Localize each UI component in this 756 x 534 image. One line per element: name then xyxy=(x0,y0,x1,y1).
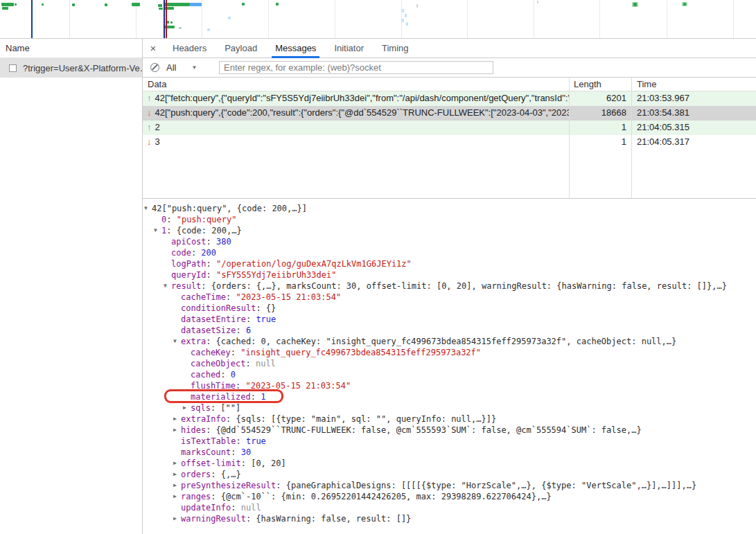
overview-activity-bar xyxy=(402,19,404,22)
collapsed-caret-icon[interactable]: ▶ xyxy=(173,458,181,469)
json-property-name: queryId xyxy=(171,270,206,280)
json-value: 1 xyxy=(261,392,265,402)
json-property-name: extra xyxy=(181,337,206,346)
json-value: : xyxy=(191,248,201,258)
close-icon[interactable]: × xyxy=(143,42,164,54)
tree-line: marksCount: 30 xyxy=(143,447,756,458)
message-row[interactable]: ↓3121:04:05.317 xyxy=(143,135,756,150)
tree-line[interactable]: ▶hides: {@dd`554529``TRUNC-FULLWEEK: fal… xyxy=(143,425,756,436)
tree-line[interactable]: ▼1: {code: 200,…} xyxy=(143,225,756,236)
name-column-header[interactable]: Name xyxy=(0,39,142,58)
collapsed-caret-icon[interactable]: ▶ xyxy=(173,491,181,502)
overview-activity-bar xyxy=(164,3,190,6)
overview-activity-bar xyxy=(42,3,44,6)
tree-line: 0: "push:query" xyxy=(143,214,756,225)
overview-activity-bar xyxy=(158,4,162,7)
message-length-cell: 1 xyxy=(569,135,631,150)
json-value: : {,…} xyxy=(211,470,240,479)
length-column-header[interactable]: Length xyxy=(569,78,631,91)
request-name-label: ?trigger=User&X-Platform-Ve… xyxy=(23,63,142,73)
collapsed-caret-icon[interactable]: ▶ xyxy=(173,513,181,524)
collapsed-caret-icon[interactable]: ▶ xyxy=(173,480,181,491)
json-value: : [""] xyxy=(211,403,240,413)
message-time-cell: 21:04:05.315 xyxy=(631,121,756,135)
request-row-selected[interactable]: ?trigger=User&X-Platform-Ve… xyxy=(0,58,142,78)
tree-line: logPath: "/operation/log/guDexA7qzLkVm1G… xyxy=(143,258,756,269)
expanded-caret-icon[interactable]: ▼ xyxy=(173,336,181,347)
overview-activity-bar xyxy=(190,3,202,6)
collapsed-caret-icon[interactable]: ▶ xyxy=(173,469,181,480)
json-value: : xyxy=(231,447,240,457)
tree-line: cacheTime: "2023-05-15 21:03:54" xyxy=(143,292,756,303)
message-length-cell: 1 xyxy=(569,121,631,135)
tree-line[interactable]: ▼result: {orders: {,…}, marksCount: 30, … xyxy=(143,281,756,292)
overview-activity-bar xyxy=(228,17,231,19)
load-line xyxy=(166,0,167,38)
json-property-name: updateInfo xyxy=(181,503,231,513)
json-value: : {orders: {,…}, marksCount: 30, offset-… xyxy=(201,281,727,291)
message-type-dropdown[interactable]: All ▼ xyxy=(166,62,206,73)
chevron-down-icon: ▼ xyxy=(191,64,197,71)
message-length-cell: 6201 xyxy=(569,91,631,106)
json-property-name: ranges xyxy=(181,492,211,501)
tab-headers[interactable]: Headers xyxy=(164,39,216,58)
collapsed-caret-icon[interactable]: ▶ xyxy=(183,402,191,413)
collapsed-caret-icon[interactable]: ▶ xyxy=(173,425,181,436)
expanded-caret-icon[interactable]: ▼ xyxy=(144,203,152,214)
message-json-tree: ▼42["push:query", {code: 200,…}]0: "push… xyxy=(143,199,756,534)
network-overview-timeline[interactable] xyxy=(0,0,756,39)
tab-messages[interactable]: Messages xyxy=(266,39,325,58)
overview-activity-bar xyxy=(406,22,408,26)
collapsed-caret-icon[interactable]: ▶ xyxy=(173,413,181,425)
json-value: : {hasWarning: false, result: []} xyxy=(246,514,411,524)
tree-line[interactable]: ▼42["push:query", {code: 200,…}] xyxy=(143,203,756,214)
message-data-cell: ↑42["fetch:query",{"queryId":"sFY5S5Ydj7… xyxy=(143,91,569,106)
json-value: : xyxy=(220,370,230,380)
json-value: : xyxy=(246,314,256,324)
tab-payload[interactable]: Payload xyxy=(216,39,266,58)
tree-line[interactable]: ▶ranges: {@cm`-10``: {min: 0.26952201442… xyxy=(143,491,756,502)
tab-initiator[interactable]: Initiator xyxy=(325,39,373,58)
tree-line[interactable]: ▼extra: {cached: 0, cacheKey: "insight_q… xyxy=(143,336,756,347)
regex-filter-input[interactable] xyxy=(219,61,493,74)
column-divider[interactable] xyxy=(569,78,570,198)
json-value: : {@dd`554529``TRUNC-FULLWEEK: false, @c… xyxy=(206,425,642,435)
json-value: 200 xyxy=(201,248,216,258)
expanded-caret-icon[interactable]: ▼ xyxy=(164,281,171,292)
column-divider[interactable] xyxy=(631,78,632,198)
tree-line[interactable]: ▶extraInfo: {sqls: [{type: "main", sql: … xyxy=(143,413,756,425)
overview-activity-bar xyxy=(72,3,75,6)
overview-activity-bar xyxy=(159,8,163,10)
tree-line: materialized: 1 xyxy=(143,391,756,402)
tree-line: cached: 0 xyxy=(143,369,756,380)
json-value: : [0, 20] xyxy=(241,459,286,468)
clear-messages-icon[interactable] xyxy=(150,63,159,72)
json-value: "/operation/log/guDexA7qzLkVm1G6JEYi1z" xyxy=(216,259,412,269)
messages-table: Data Length Time ↑42["fetch:query",{"que… xyxy=(143,78,756,198)
time-column-header[interactable]: Time xyxy=(631,78,756,91)
json-property-name: datasetSize xyxy=(181,326,236,335)
dcl-line-2 xyxy=(164,0,165,38)
tree-line[interactable]: ▶offset-limit: [0, 20] xyxy=(143,458,756,469)
tree-line: code: 200 xyxy=(143,247,756,258)
tab-timing[interactable]: Timing xyxy=(373,39,418,58)
arrow-down-icon: ↓ xyxy=(147,107,152,118)
tree-line[interactable]: ▶warningResult: {hasWarning: false, resu… xyxy=(143,513,756,524)
json-value: "2023-05-15 21:03:54" xyxy=(236,292,341,302)
json-property-name: isTextTable xyxy=(181,436,236,446)
data-column-header[interactable]: Data xyxy=(143,78,569,91)
tree-line[interactable]: ▶preSynthesizeResult: {paneGraphicalDesi… xyxy=(143,480,756,491)
overview-gridline xyxy=(733,0,734,38)
json-value: : xyxy=(245,359,255,368)
json-value: null xyxy=(256,359,276,368)
json-property-name: preSynthesizeResult xyxy=(181,481,276,490)
expanded-caret-icon[interactable]: ▼ xyxy=(154,225,161,236)
tree-line[interactable]: ▶sqls: [""] xyxy=(143,402,756,413)
json-value: : xyxy=(206,270,216,280)
message-row[interactable]: ↑42["fetch:query",{"queryId":"sFY5S5Ydj7… xyxy=(143,91,756,106)
tree-line[interactable]: ▶orders: {,…} xyxy=(143,469,756,480)
json-property-name: extraInfo xyxy=(181,414,226,424)
message-row[interactable]: ↑2121:04:05.315 xyxy=(143,121,756,135)
message-row[interactable]: ↓42["push:query",{"code":200,"result":{"… xyxy=(143,106,756,121)
websocket-request-icon xyxy=(9,64,17,72)
